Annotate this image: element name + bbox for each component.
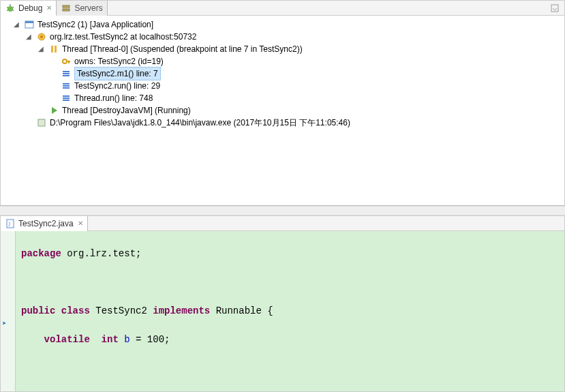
stack-frame-icon [61, 80, 72, 91]
editor-tab-bar: J TestSync2.java ✕ [1, 216, 564, 231]
tree-thread-0[interactable]: ◢ Thread [Thread-0] (Suspended (breakpoi… [3, 43, 564, 55]
expander-icon[interactable]: ◢ [12, 18, 21, 31]
debug-view: Debug ✕ Servers ◢ TestSync2 (1) [Java Ap… [0, 0, 565, 206]
close-icon[interactable]: ✕ [46, 4, 52, 12]
svg-point-15 [63, 59, 67, 63]
svg-rect-13 [51, 46, 53, 52]
tree-frame-thread-run-label: Thread.run() line: 748 [74, 92, 153, 104]
svg-point-12 [40, 35, 43, 38]
svg-rect-22 [63, 85, 70, 87]
svg-rect-14 [55, 46, 57, 52]
tree-frame-run-label: TestSync2.run() line: 29 [74, 80, 160, 92]
tree-process[interactable]: D:\Program Files\Java\jdk1.8.0_144\bin\j… [3, 117, 564, 129]
thread-running-icon [48, 105, 59, 116]
svg-point-0 [7, 6, 13, 12]
tab-testsync2-label: TestSync2.java [18, 219, 74, 228]
tree-process-label: D:\Program Files\Java\jdk1.8.0_144\bin\j… [50, 117, 350, 129]
svg-rect-26 [63, 100, 70, 101]
svg-rect-23 [63, 87, 70, 89]
svg-rect-25 [63, 97, 70, 99]
svg-rect-6 [63, 5, 70, 7]
tab-debug[interactable]: Debug ✕ [1, 1, 57, 16]
svg-line-2 [7, 7, 8, 8]
bug-icon [5, 3, 16, 14]
svg-rect-28 [38, 119, 45, 126]
tree-owns[interactable]: owns: TestSync2 (id=19) [3, 55, 564, 67]
tab-servers-label: Servers [74, 3, 102, 13]
tab-servers[interactable]: Servers [57, 1, 107, 16]
editor-ruler[interactable]: ➤ [1, 231, 16, 391]
svg-rect-10 [25, 21, 33, 23]
tree-owns-label: owns: TestSync2 (id=19) [74, 55, 164, 67]
code-area[interactable]: package org.lrz.test; public class TestS… [16, 231, 564, 391]
tree-frame-thread-run[interactable]: Thread.run() line: 748 [3, 92, 564, 104]
svg-line-5 [12, 10, 14, 11]
svg-line-4 [7, 10, 8, 11]
tree-frame-m1[interactable]: TestSync2.m1() line: 7 [3, 67, 564, 80]
editor-area[interactable]: ➤ package org.lrz.test; public class Tes… [1, 231, 564, 391]
servers-icon [61, 3, 72, 14]
expander-icon[interactable]: ◢ [36, 43, 46, 55]
svg-rect-20 [63, 75, 70, 76]
stack-frame-icon [61, 68, 72, 79]
view-menu-icon[interactable] [549, 3, 560, 14]
close-icon[interactable]: ✕ [78, 220, 83, 227]
stack-frame-icon [61, 93, 72, 104]
java-app-icon [24, 19, 35, 30]
svg-rect-7 [63, 9, 70, 11]
expander-icon[interactable]: ◢ [24, 31, 33, 43]
svg-marker-27 [52, 107, 57, 114]
tree-app-label: TestSync2 (1) [Java Application] [37, 18, 153, 31]
panel-gap [0, 206, 565, 215]
svg-rect-19 [63, 73, 70, 74]
svg-text:J: J [8, 222, 10, 228]
tree-target[interactable]: ◢ org.lrz.test.TestSync2 at localhost:50… [3, 31, 564, 43]
thread-suspended-icon [48, 44, 59, 55]
java-file-icon: J [5, 218, 16, 229]
tree-target-label: org.lrz.test.TestSync2 at localhost:5073… [50, 31, 196, 43]
debug-target-icon [36, 31, 47, 42]
tree-frame-m1-label: TestSync2.m1() line: 7 [74, 67, 161, 80]
debug-tab-bar: Debug ✕ Servers [1, 1, 564, 16]
tree-thread-vm[interactable]: Thread [DestroyJavaVM] (Running) [3, 104, 564, 117]
key-icon [61, 56, 72, 67]
svg-rect-24 [63, 95, 70, 97]
tree-frame-run[interactable]: TestSync2.run() line: 29 [3, 80, 564, 92]
instruction-pointer-icon: ➤ [2, 319, 7, 328]
svg-line-3 [12, 7, 14, 8]
debug-tree[interactable]: ◢ TestSync2 (1) [Java Application] ◢ org… [1, 16, 564, 129]
tab-debug-label: Debug [18, 3, 42, 13]
tree-thread-0-label: Thread [Thread-0] (Suspended (breakpoint… [62, 43, 303, 55]
tree-app[interactable]: ◢ TestSync2 (1) [Java Application] [3, 18, 564, 31]
tree-thread-vm-label: Thread [DestroyJavaVM] (Running) [62, 104, 191, 117]
tab-testsync2[interactable]: J TestSync2.java ✕ [1, 216, 88, 231]
editor-view: J TestSync2.java ✕ ➤ package org.lrz.tes… [0, 215, 565, 392]
process-icon [36, 117, 47, 128]
svg-rect-18 [63, 71, 70, 72]
svg-rect-21 [63, 83, 70, 85]
